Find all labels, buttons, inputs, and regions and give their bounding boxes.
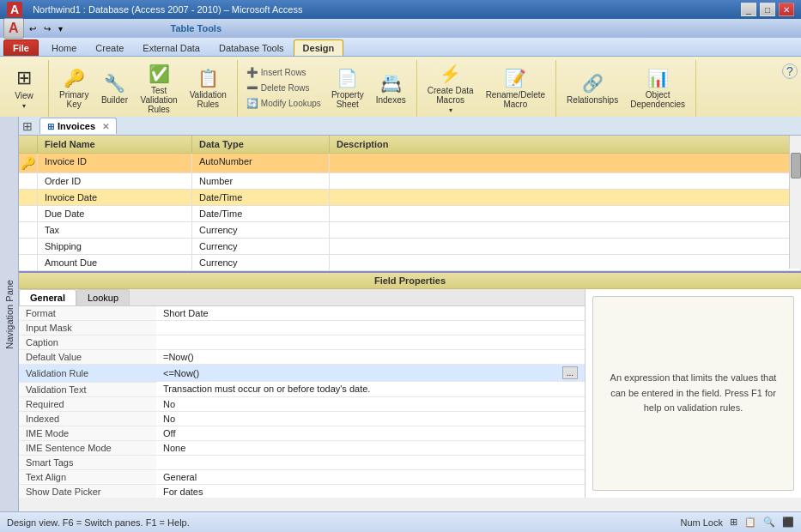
create-macros-icon: ⚡ xyxy=(440,63,461,84)
create-macros-label: Create DataMacros xyxy=(428,86,474,105)
table-scrollbar[interactable] xyxy=(789,136,801,269)
field-name-cell[interactable]: Amount Due xyxy=(38,255,192,270)
table-row[interactable]: Due Date Date/Time xyxy=(19,206,801,222)
data-type-cell[interactable]: AutoNumber xyxy=(192,154,330,172)
prop-value[interactable]: No xyxy=(156,411,585,426)
relationships-button[interactable]: 🔗 Relationships xyxy=(561,62,623,115)
field-name-cell[interactable]: Invoice ID xyxy=(38,154,192,172)
data-type-cell[interactable]: Currency xyxy=(192,239,330,254)
qat-redo[interactable]: ↪ xyxy=(41,23,53,34)
prop-row-input-mask[interactable]: Input Mask xyxy=(19,321,585,336)
field-name-cell[interactable]: Invoice Date xyxy=(38,190,192,205)
desc-cell[interactable] xyxy=(330,239,801,254)
primary-key-button[interactable]: 🔑 PrimaryKey xyxy=(54,62,94,115)
ellipsis-button[interactable]: ... xyxy=(562,366,578,379)
data-type-cell[interactable]: Currency xyxy=(192,255,330,270)
property-sheet-icon: 📄 xyxy=(337,68,358,88)
tab-design[interactable]: Design xyxy=(294,39,344,56)
field-name-cell[interactable]: Order ID xyxy=(38,173,192,189)
builder-button[interactable]: 🔧 Builder xyxy=(95,62,133,115)
prop-label: Caption xyxy=(19,336,156,350)
tab-create[interactable]: Create xyxy=(86,39,133,56)
prop-row-smart-tags[interactable]: Smart Tags xyxy=(19,455,585,469)
prop-row-default-value[interactable]: Default Value =Now() xyxy=(19,350,585,365)
data-type-cell[interactable]: Date/Time xyxy=(192,190,330,205)
table-row[interactable]: Amount Due Currency xyxy=(19,255,801,271)
table-row[interactable]: 🔑 Invoice ID AutoNumber xyxy=(19,154,801,173)
indexes-button[interactable]: 📇 Indexes xyxy=(371,62,411,115)
property-sheet-button[interactable]: 📄 PropertySheet xyxy=(326,62,369,115)
prop-value[interactable]: Off xyxy=(156,426,585,440)
rename-delete-macro-button[interactable]: 📝 Rename/DeleteMacro xyxy=(481,62,550,115)
prop-value[interactable]: =Now() xyxy=(156,350,585,365)
prop-value[interactable]: Transaction must occur on or before toda… xyxy=(156,382,585,396)
delete-rows-button[interactable]: ➖ Delete Rows xyxy=(243,81,325,95)
desc-cell[interactable] xyxy=(330,154,801,172)
tab-lookup[interactable]: Lookup xyxy=(76,289,130,305)
data-type-cell[interactable]: Date/Time xyxy=(192,206,330,221)
navigation-pane[interactable]: Navigation Pane xyxy=(0,117,19,511)
data-type-cell[interactable]: Currency xyxy=(192,222,330,238)
create-data-macros-button[interactable]: ⚡ Create DataMacros ▾ xyxy=(422,62,479,115)
view-button[interactable]: ⊞ View ▾ xyxy=(5,62,43,115)
test-validation-button[interactable]: ✅ TestValidationRules xyxy=(135,62,182,115)
scrollbar-thumb[interactable] xyxy=(791,153,801,178)
table-row[interactable]: Shipping Currency xyxy=(19,239,801,255)
tab-invoices[interactable]: ⊞ Invoices ✕ xyxy=(39,118,117,134)
prop-value[interactable]: <=Now() ... xyxy=(156,365,585,382)
prop-value[interactable]: Short Date xyxy=(156,306,585,321)
prop-row-caption[interactable]: Caption xyxy=(19,336,585,350)
prop-value[interactable]: No xyxy=(156,396,585,411)
maximize-button[interactable]: □ xyxy=(760,3,775,16)
test-label: TestValidationRules xyxy=(140,86,177,114)
num-lock-indicator: Num Lock xyxy=(680,517,723,528)
prop-value[interactable]: General xyxy=(156,469,585,484)
prop-row-date-picker[interactable]: Show Date Picker For dates xyxy=(19,484,585,498)
data-type-cell[interactable]: Number xyxy=(192,173,330,189)
field-name-cell[interactable]: Shipping xyxy=(38,239,192,254)
delete-rows-label: Delete Rows xyxy=(261,83,310,93)
qat-dropdown[interactable]: ▾ xyxy=(56,23,65,34)
rename-macro-label: Rename/DeleteMacro xyxy=(486,90,545,109)
desc-cell[interactable] xyxy=(330,222,801,238)
prop-value[interactable]: For dates xyxy=(156,484,585,498)
help-button[interactable]: ? xyxy=(782,63,798,79)
main-content: Field Name Data Type Description 🔑 Invoi… xyxy=(19,136,801,498)
prop-row-indexed[interactable]: Indexed No xyxy=(19,411,585,426)
desc-cell[interactable] xyxy=(330,173,801,189)
prop-row-validation-rule[interactable]: Validation Rule <=Now() ... xyxy=(19,365,585,383)
field-name-cell[interactable]: Tax xyxy=(38,222,192,238)
prop-row-text-align[interactable]: Text Align General xyxy=(19,469,585,484)
prop-row-ime-mode[interactable]: IME Mode Off xyxy=(19,426,585,440)
tab-external[interactable]: External Data xyxy=(133,39,209,56)
tab-dbtools[interactable]: Database Tools xyxy=(209,39,294,56)
desc-cell[interactable] xyxy=(330,190,801,205)
insert-rows-button[interactable]: ➕ Insert Rows xyxy=(243,65,325,80)
prop-row-format[interactable]: Format Short Date xyxy=(19,306,585,321)
field-name-cell[interactable]: Due Date xyxy=(38,206,192,221)
modify-lookups-button[interactable]: 🔄 Modify Lookups xyxy=(243,96,325,111)
tab-home[interactable]: Home xyxy=(42,39,86,56)
prop-row-required[interactable]: Required No xyxy=(19,396,585,411)
tab-invoices-close[interactable]: ✕ xyxy=(102,122,109,131)
table-row[interactable]: Order ID Number xyxy=(19,173,801,190)
tab-general[interactable]: General xyxy=(19,289,76,305)
prop-value[interactable] xyxy=(156,455,585,469)
table-row[interactable]: Invoice Date Date/Time xyxy=(19,190,801,206)
desc-cell[interactable] xyxy=(330,206,801,221)
qat-undo[interactable]: ↩ xyxy=(27,23,39,34)
office-button[interactable]: A xyxy=(3,18,24,39)
prop-value[interactable] xyxy=(156,336,585,350)
prop-row-ime-sentence[interactable]: IME Sentence Mode None xyxy=(19,440,585,455)
desc-cell[interactable] xyxy=(330,255,801,270)
key-indicator xyxy=(19,239,38,254)
validation-rules-button[interactable]: 📋 ValidationRules xyxy=(185,62,232,115)
close-button[interactable]: ✕ xyxy=(779,3,794,16)
prop-row-validation-text[interactable]: Validation Text Transaction must occur o… xyxy=(19,382,585,396)
prop-value[interactable] xyxy=(156,321,585,336)
table-row[interactable]: Tax Currency xyxy=(19,222,801,239)
object-dependencies-button[interactable]: 📊 ObjectDependencies xyxy=(625,62,690,115)
tab-file[interactable]: File xyxy=(3,39,39,56)
minimize-button[interactable]: _ xyxy=(741,3,756,16)
prop-value[interactable]: None xyxy=(156,440,585,455)
